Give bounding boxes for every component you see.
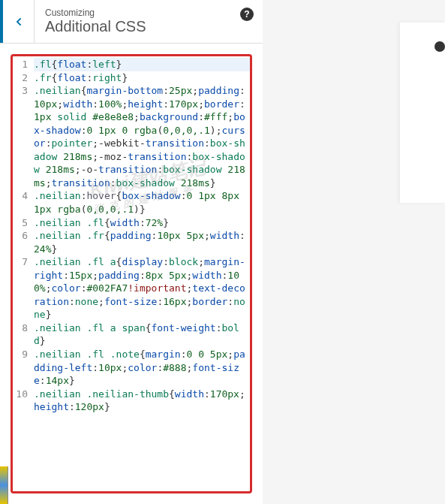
code-content[interactable]: .neilian .neilian-thumb{width:170px;heig…	[34, 388, 250, 414]
line-number: 7	[13, 255, 34, 321]
line-number: 2	[13, 71, 34, 85]
code-line[interactable]: 7.neilian .fl a{display:block;margin-rig…	[13, 255, 250, 321]
customizer-window: Customizing Additional CSS ? 1.fl{float:…	[0, 0, 445, 504]
code-content[interactable]: .neilian .fr{padding:10px 5px;width:24%}	[34, 229, 250, 255]
code-content[interactable]: .neilian .fl{width:72%}	[34, 216, 250, 230]
title-area: Customizing Additional CSS ?	[35, 0, 263, 43]
code-content[interactable]: .neilian .fl a{display:block;margin-righ…	[34, 255, 250, 321]
chevron-left-icon	[13, 16, 25, 28]
code-content[interactable]: .fl{float:left}	[34, 58, 250, 71]
line-number: 5	[13, 216, 34, 230]
help-button[interactable]: ?	[240, 8, 254, 21]
line-number: 9	[13, 348, 34, 388]
panel-header: Customizing Additional CSS ?	[0, 0, 263, 44]
code-line[interactable]: 6.neilian .fr{padding:10px 5px;width:24%…	[13, 229, 250, 255]
code-content[interactable]: .neilian:hover{box-shadow:0 1px 8px 1px …	[34, 189, 250, 216]
code-line[interactable]: 10.neilian .neilian-thumb{width:170px;he…	[13, 388, 250, 414]
code-line[interactable]: 3.neilian{margin-bottom:25px;padding:10p…	[13, 84, 250, 189]
code-line[interactable]: 5.neilian .fl{width:72%}	[13, 216, 250, 230]
line-number: 8	[13, 321, 34, 348]
code-line[interactable]: 9.neilian .fl .note{margin:0 0 5px;paddi…	[13, 348, 250, 388]
code-line[interactable]: 1.fl{float:left}	[13, 58, 250, 71]
code-line[interactable]: 2.fr{float:right}	[13, 71, 250, 85]
code-content[interactable]: .neilian .fl .note{margin:0 0 5px;paddin…	[34, 348, 250, 388]
breadcrumb: Customizing	[45, 8, 252, 18]
line-number: 1	[13, 58, 34, 71]
line-number: 4	[13, 189, 34, 216]
back-button[interactable]	[0, 0, 35, 43]
preview-dot	[434, 41, 445, 52]
code-line[interactable]: 4.neilian:hover{box-shadow:0 1px 8px 1px…	[13, 189, 250, 216]
customizer-panel: Customizing Additional CSS ? 1.fl{float:…	[0, 0, 263, 504]
code-line[interactable]: 8.neilian .fl a span{font-weight:bold}	[13, 321, 250, 348]
preview-area	[263, 0, 445, 504]
css-editor[interactable]: 1.fl{float:left}2.fr{float:right}3.neili…	[11, 54, 252, 493]
code-content[interactable]: .fr{float:right}	[34, 71, 250, 85]
line-number: 6	[13, 229, 34, 255]
page-title: Additional CSS	[45, 18, 252, 35]
code-content[interactable]: .neilian .fl a span{font-weight:bold}	[34, 321, 250, 348]
code-content[interactable]: .neilian{margin-bottom:25px;padding:10px…	[34, 84, 250, 189]
line-number: 3	[13, 84, 34, 189]
line-number: 10	[13, 388, 34, 414]
